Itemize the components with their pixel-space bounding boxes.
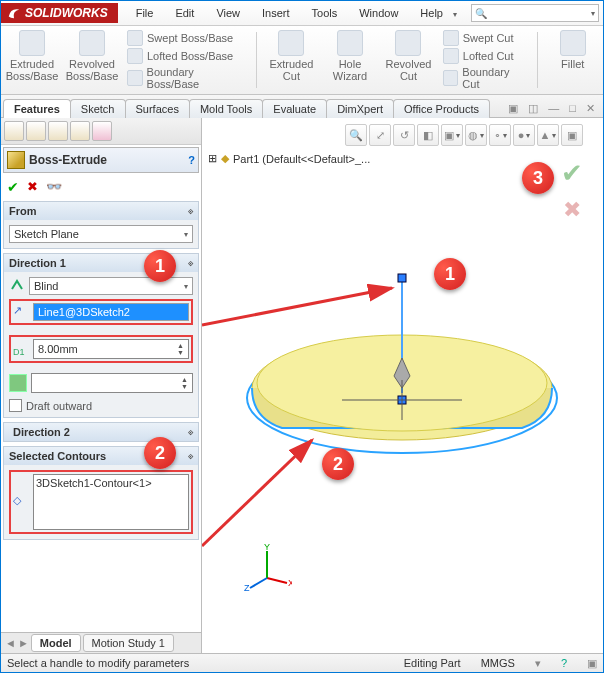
view-triad: X Y Z: [242, 543, 292, 593]
tab-sketch[interactable]: Sketch: [70, 99, 126, 118]
svg-rect-4: [398, 274, 406, 282]
depth-icon: D1: [13, 341, 29, 357]
tab-motionstudy[interactable]: Motion Study 1: [83, 634, 174, 652]
pm-tab-icon[interactable]: [26, 121, 46, 141]
window-close-icon[interactable]: ✕: [582, 100, 599, 117]
swept-boss-button[interactable]: Swept Boss/Base: [127, 30, 246, 46]
status-mode: Editing Part: [404, 657, 461, 669]
draft-outward-label: Draft outward: [26, 400, 92, 412]
draft-input[interactable]: ▲▼: [31, 373, 193, 393]
revolved-boss-button[interactable]: Revolved Boss/Base: [67, 30, 117, 90]
cancel-button[interactable]: ✖: [27, 179, 38, 195]
graphics-area[interactable]: 🔍 ⤢ ↺ ◧ ▣▾ ◍▾ ∘▾ ●▾ ▲▾ ▣ ⊞ ◆ Part1 (Defa…: [202, 118, 603, 653]
callout-1b: 1: [434, 258, 466, 290]
window-min-icon[interactable]: —: [544, 100, 563, 117]
from-header[interactable]: From⟐: [4, 202, 198, 220]
fillet-button[interactable]: Fillet: [548, 30, 597, 90]
tab-features[interactable]: Features: [3, 99, 71, 118]
callout-3: 3: [522, 162, 554, 194]
svg-text:Y: Y: [264, 543, 270, 552]
callout-1a: 1: [144, 250, 176, 282]
svg-text:Z: Z: [244, 583, 250, 593]
tab-surfaces[interactable]: Surfaces: [125, 99, 190, 118]
app-logo: SOLIDWORKS: [1, 3, 118, 23]
svg-line-10: [267, 578, 287, 583]
tab-dimxpert[interactable]: DimXpert: [326, 99, 394, 118]
help-icon[interactable]: ?: [188, 154, 195, 166]
revolved-cut-button[interactable]: Revolved Cut: [384, 30, 433, 90]
display-tab-icon[interactable]: [92, 121, 112, 141]
status-help-icon[interactable]: ?: [561, 657, 567, 669]
extrude-icon: [7, 151, 25, 169]
contours-list[interactable]: 3DSketch1-Contour<1>: [33, 474, 189, 530]
status-rebuild-icon[interactable]: ▣: [587, 657, 597, 670]
menu-window[interactable]: Window: [351, 5, 406, 21]
property-manager: Boss-Extrude ? ✔ ✖ 👓 From⟐ Sketch Plane▾…: [1, 118, 202, 653]
contour-icon: ◇: [13, 494, 29, 510]
bottom-right-icon[interactable]: ►: [18, 637, 29, 649]
menu-help[interactable]: Help▾: [412, 5, 465, 21]
tab-office[interactable]: Office Products: [393, 99, 490, 118]
end-condition-select[interactable]: Blind▾: [29, 277, 193, 295]
ribbon: Extruded Boss/Base Revolved Boss/Base Sw…: [1, 26, 603, 95]
lofted-cut-button[interactable]: Lofted Cut: [443, 48, 528, 64]
direction2-header[interactable]: Direction 2⟐: [4, 423, 198, 441]
menu-file[interactable]: File: [128, 5, 162, 21]
window-cascade-icon[interactable]: ◫: [524, 100, 542, 117]
tab-moldtools[interactable]: Mold Tools: [189, 99, 263, 118]
hole-wizard-button[interactable]: Hole Wizard: [326, 30, 375, 90]
boundary-boss-button[interactable]: Boundary Boss/Base: [127, 66, 246, 90]
menu-tools[interactable]: Tools: [304, 5, 346, 21]
search-input[interactable]: 🔍 ▾: [471, 4, 599, 22]
tab-model[interactable]: Model: [31, 634, 81, 652]
depth-input[interactable]: 8.00mm ▲▼: [33, 339, 189, 359]
direction-ref-field[interactable]: Line1@3DSketch2: [33, 303, 189, 321]
command-tabs: Features Sketch Surfaces Mold Tools Eval…: [1, 95, 603, 118]
reverse-dir-icon[interactable]: [9, 278, 25, 294]
config-tab-icon[interactable]: [48, 121, 68, 141]
search-icon: 🔍: [475, 8, 487, 19]
callout-2b: 2: [322, 448, 354, 480]
window-tile-icon[interactable]: ▣: [504, 100, 522, 117]
tab-evaluate[interactable]: Evaluate: [262, 99, 327, 118]
direction-vector-icon[interactable]: ↗: [13, 304, 29, 320]
menu-view[interactable]: View: [208, 5, 248, 21]
accept-button[interactable]: ✔: [7, 179, 19, 195]
bottom-left-icon[interactable]: ◄: [5, 637, 16, 649]
spin-up-icon[interactable]: ▲: [177, 342, 184, 349]
swept-cut-button[interactable]: Swept Cut: [443, 30, 528, 46]
extruded-boss-button[interactable]: Extruded Boss/Base: [7, 30, 57, 90]
status-bar: Select a handle to modify parameters Edi…: [1, 653, 603, 672]
menu-edit[interactable]: Edit: [167, 5, 202, 21]
pm-title: Boss-Extrude ?: [3, 147, 199, 173]
spin-down-icon[interactable]: ▼: [177, 349, 184, 356]
feature-tree-icon[interactable]: [4, 121, 24, 141]
lofted-boss-button[interactable]: Lofted Boss/Base: [127, 48, 246, 64]
draft-outward-checkbox[interactable]: [9, 399, 22, 412]
menu-insert[interactable]: Insert: [254, 5, 298, 21]
dimx-tab-icon[interactable]: [70, 121, 90, 141]
status-hint: Select a handle to modify parameters: [7, 657, 189, 669]
svg-text:X: X: [288, 578, 292, 588]
status-units[interactable]: MMGS: [481, 657, 515, 669]
draft-icon[interactable]: [9, 374, 27, 392]
detail-preview-icon[interactable]: 👓: [46, 179, 62, 195]
extruded-cut-button[interactable]: Extruded Cut: [267, 30, 316, 90]
boundary-cut-button[interactable]: Boundary Cut: [443, 66, 528, 90]
callout-2a: 2: [144, 437, 176, 469]
from-select[interactable]: Sketch Plane▾: [9, 225, 193, 243]
svg-line-14: [250, 578, 267, 588]
main-menu: File Edit View Insert Tools Window Help▾: [120, 5, 465, 21]
window-max-icon[interactable]: □: [565, 100, 580, 117]
